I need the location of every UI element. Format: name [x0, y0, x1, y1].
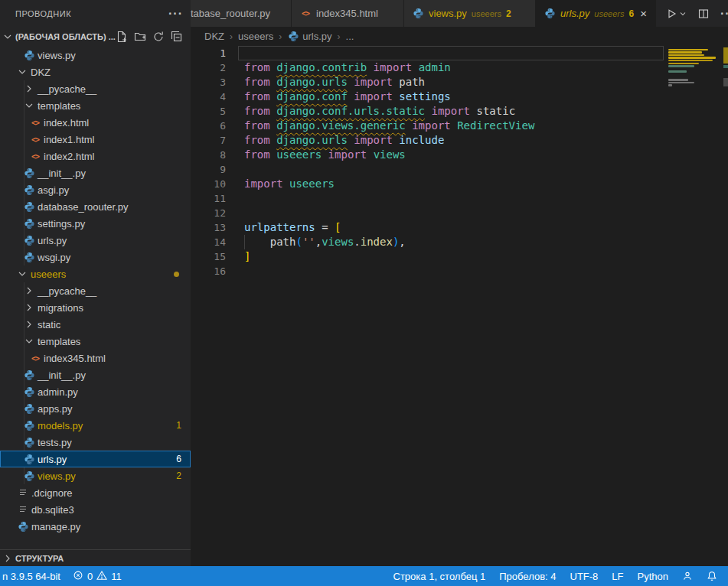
- tree-item-migrations[interactable]: migrations: [0, 299, 191, 316]
- tree-item-label: __pycache__: [38, 83, 96, 95]
- tree-item-templates[interactable]: templates: [0, 97, 191, 114]
- language-mode-status[interactable]: Python: [638, 571, 668, 582]
- code-text[interactable]: from django.conf.urls.static import stat…: [238, 104, 664, 119]
- tree-item-static[interactable]: static: [0, 316, 191, 333]
- line-number: 2: [191, 60, 226, 75]
- tree-item-DKZ[interactable]: DKZ: [0, 63, 191, 80]
- code-text[interactable]: urlpatterns = [: [238, 220, 664, 235]
- tree-item-apps.py[interactable]: apps.py: [0, 400, 191, 417]
- collapse-all-button[interactable]: [171, 31, 183, 43]
- code-line-12: 12: [191, 206, 664, 220]
- tab-description: useeers: [594, 9, 624, 18]
- line-number: 15: [191, 249, 226, 264]
- code-editor[interactable]: 12from django.contrib import admin3from …: [191, 46, 728, 566]
- tree-item--init-.py[interactable]: __init__.py: [0, 366, 191, 383]
- tree-item-.dcignore[interactable]: .dcignore: [0, 484, 191, 501]
- minimap[interactable]: [668, 46, 723, 566]
- tree-item-useeers[interactable]: useeers: [0, 265, 191, 282]
- line-number: 7: [191, 133, 226, 148]
- tab-index345.html[interactable]: <>index345.html: [292, 0, 404, 27]
- tab-tabase-roouter.py[interactable]: tabase_roouter.py: [191, 0, 292, 27]
- tree-item-index.html[interactable]: <>index.html: [0, 114, 191, 131]
- code-text[interactable]: ]: [238, 249, 664, 264]
- code-text[interactable]: path('',views.index),: [238, 235, 664, 249]
- tab-urls.py[interactable]: urls.pyuseeers6×: [536, 0, 656, 27]
- code-line-3: 3from django.urls import path: [191, 75, 664, 90]
- python-interpreter-status[interactable]: n 3.9.5 64-bit: [2, 571, 60, 582]
- tree-item-index1.html[interactable]: <>index1.html: [0, 131, 191, 148]
- code-text[interactable]: [238, 191, 664, 206]
- tree-item-views.py[interactable]: views.py2: [0, 467, 191, 484]
- code-text[interactable]: [238, 264, 664, 278]
- code-text[interactable]: from django.views.generic import Redirec…: [238, 119, 664, 133]
- breadcrumb-item-urls.py[interactable]: urls.py: [287, 31, 331, 43]
- tree-item-urls.py[interactable]: urls.py6: [0, 451, 191, 467]
- tree-item-views.py[interactable]: views.py: [0, 47, 191, 63]
- tab-views.py[interactable]: views.pyuseeers2: [404, 0, 536, 27]
- code-text[interactable]: [238, 206, 664, 220]
- tree-item--pycache-[interactable]: __pycache__: [0, 80, 191, 97]
- workspace-section-header[interactable]: (РАБОЧАЯ ОБЛАСТЬ) ...: [0, 27, 191, 47]
- tree-item-tests.py[interactable]: tests.py: [0, 434, 191, 451]
- cursor-position-status[interactable]: Строка 1, столбец 1: [393, 571, 486, 582]
- tree-item-asgi.py[interactable]: asgi.py: [0, 181, 191, 198]
- tab-label: views.py: [429, 8, 467, 19]
- line-number: 12: [191, 206, 226, 220]
- tree-item-urls.py[interactable]: urls.py: [0, 232, 191, 249]
- notifications-bell-icon[interactable]: [707, 571, 717, 581]
- code-text[interactable]: from useeers import views: [238, 148, 664, 162]
- code-text[interactable]: from django.urls import path: [238, 75, 664, 90]
- outline-section-header[interactable]: СТРУКТУРА: [0, 549, 191, 566]
- python-icon: [23, 386, 35, 398]
- tree-item-db.sqlite3[interactable]: db.sqlite3: [0, 501, 191, 518]
- new-folder-button[interactable]: [134, 31, 146, 43]
- ruler-mark: [723, 47, 728, 63]
- tab-label: urls.py: [560, 8, 589, 19]
- tree-item-label: index1.html: [44, 134, 94, 145]
- minimap-line: [668, 54, 704, 56]
- eol-status[interactable]: LF: [612, 571, 623, 582]
- indentation-status[interactable]: Пробелов: 4: [499, 571, 556, 582]
- tree-item-admin.py[interactable]: admin.py: [0, 383, 191, 400]
- tree-item-database-roouter.py[interactable]: database_roouter.py: [0, 198, 191, 215]
- problems-status[interactable]: 0 11: [73, 570, 122, 583]
- html-icon: <>: [299, 8, 312, 20]
- tree-item-label: index.html: [44, 117, 89, 129]
- tree-item-wsgi.py[interactable]: wsgi.py: [0, 249, 191, 265]
- sidebar-more-actions-icon[interactable]: ···: [168, 10, 183, 18]
- code-text[interactable]: [238, 162, 664, 177]
- tree-item-index2.html[interactable]: <>index2.html: [0, 148, 191, 164]
- code-text[interactable]: from django.contrib import admin: [238, 60, 664, 75]
- minimap-line: [668, 63, 699, 64]
- tree-item-models.py[interactable]: models.py1: [0, 417, 191, 434]
- encoding-status[interactable]: UTF-8: [570, 571, 599, 582]
- chevron-down-icon: [23, 99, 35, 112]
- chevron-down-icon: [2, 31, 14, 43]
- tree-item-index345.html[interactable]: <>index345.html: [0, 350, 191, 366]
- new-file-button[interactable]: [116, 31, 128, 43]
- python-icon: [23, 251, 35, 263]
- code-text[interactable]: import useeers: [238, 177, 664, 191]
- code-text[interactable]: from django.urls import include: [238, 133, 664, 148]
- code-text[interactable]: [238, 46, 664, 60]
- editor-more-actions-icon[interactable]: ···: [720, 10, 728, 18]
- refresh-button[interactable]: [152, 31, 165, 43]
- tree-item-label: apps.py: [38, 403, 73, 415]
- breadcrumb-item-DKZ[interactable]: DKZ: [204, 31, 224, 42]
- breadcrumb-item-useeers[interactable]: useeers: [238, 31, 273, 42]
- tree-item-templates[interactable]: templates: [0, 333, 191, 350]
- code-text[interactable]: from django.conf import settings: [238, 90, 664, 104]
- feedback-icon[interactable]: [682, 571, 693, 581]
- run-button[interactable]: [665, 8, 687, 20]
- tree-item--init-.py[interactable]: __init__.py: [0, 164, 191, 181]
- overview-ruler[interactable]: [723, 46, 728, 566]
- close-icon[interactable]: ×: [640, 8, 647, 19]
- python-icon: [23, 436, 35, 448]
- code-lines: 12from django.contrib import admin3from …: [191, 46, 664, 566]
- breadcrumb-item-...[interactable]: ...: [346, 31, 354, 42]
- ruler-mark: [723, 78, 728, 86]
- tree-item-manage.py[interactable]: manage.py: [0, 518, 191, 535]
- split-editor-button[interactable]: [697, 7, 710, 20]
- tree-item--pycache-[interactable]: __pycache__: [0, 282, 191, 299]
- tree-item-settings.py[interactable]: settings.py: [0, 215, 191, 232]
